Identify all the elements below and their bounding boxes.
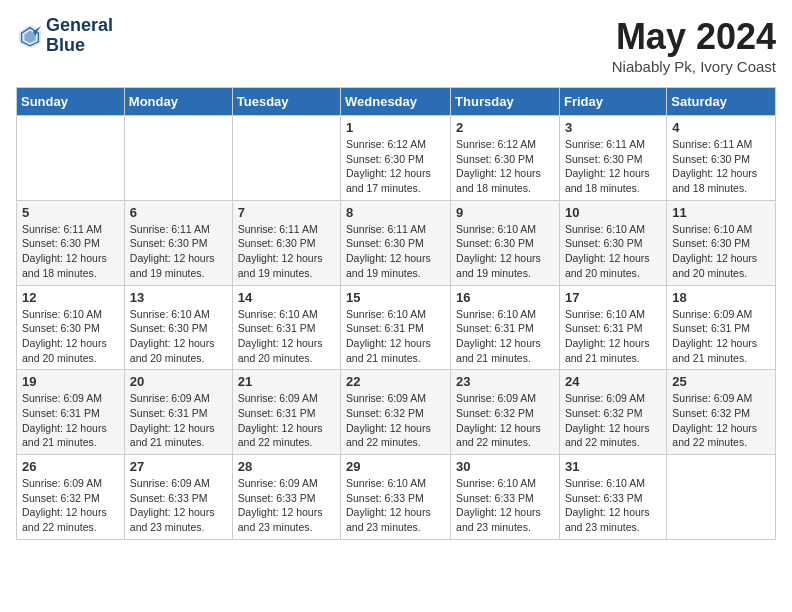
calendar-cell: 17Sunrise: 6:10 AM Sunset: 6:31 PM Dayli… [559,285,666,370]
calendar-cell: 12Sunrise: 6:10 AM Sunset: 6:30 PM Dayli… [17,285,125,370]
day-number: 9 [456,205,554,220]
day-info: Sunrise: 6:09 AM Sunset: 6:31 PM Dayligh… [672,307,770,366]
day-info: Sunrise: 6:11 AM Sunset: 6:30 PM Dayligh… [565,137,661,196]
day-number: 29 [346,459,445,474]
calendar-cell: 31Sunrise: 6:10 AM Sunset: 6:33 PM Dayli… [559,455,666,540]
calendar-week-row: 1Sunrise: 6:12 AM Sunset: 6:30 PM Daylig… [17,116,776,201]
day-number: 20 [130,374,227,389]
logo: General Blue [16,16,113,56]
calendar-cell: 14Sunrise: 6:10 AM Sunset: 6:31 PM Dayli… [232,285,340,370]
day-info: Sunrise: 6:12 AM Sunset: 6:30 PM Dayligh… [456,137,554,196]
day-info: Sunrise: 6:11 AM Sunset: 6:30 PM Dayligh… [238,222,335,281]
day-number: 6 [130,205,227,220]
calendar-cell: 28Sunrise: 6:09 AM Sunset: 6:33 PM Dayli… [232,455,340,540]
day-info: Sunrise: 6:10 AM Sunset: 6:33 PM Dayligh… [565,476,661,535]
day-number: 7 [238,205,335,220]
day-info: Sunrise: 6:09 AM Sunset: 6:31 PM Dayligh… [238,391,335,450]
weekday-header: Tuesday [232,88,340,116]
day-number: 21 [238,374,335,389]
day-info: Sunrise: 6:09 AM Sunset: 6:33 PM Dayligh… [130,476,227,535]
day-info: Sunrise: 6:11 AM Sunset: 6:30 PM Dayligh… [346,222,445,281]
weekday-header: Sunday [17,88,125,116]
day-info: Sunrise: 6:09 AM Sunset: 6:32 PM Dayligh… [346,391,445,450]
day-number: 11 [672,205,770,220]
logo-text: General Blue [46,16,113,56]
calendar-cell: 27Sunrise: 6:09 AM Sunset: 6:33 PM Dayli… [124,455,232,540]
calendar-cell [232,116,340,201]
calendar-cell: 19Sunrise: 6:09 AM Sunset: 6:31 PM Dayli… [17,370,125,455]
day-info: Sunrise: 6:09 AM Sunset: 6:33 PM Dayligh… [238,476,335,535]
day-number: 27 [130,459,227,474]
day-info: Sunrise: 6:10 AM Sunset: 6:30 PM Dayligh… [456,222,554,281]
calendar-cell: 10Sunrise: 6:10 AM Sunset: 6:30 PM Dayli… [559,200,666,285]
calendar-cell: 3Sunrise: 6:11 AM Sunset: 6:30 PM Daylig… [559,116,666,201]
weekday-header: Thursday [451,88,560,116]
day-number: 22 [346,374,445,389]
day-info: Sunrise: 6:12 AM Sunset: 6:30 PM Dayligh… [346,137,445,196]
calendar-cell: 5Sunrise: 6:11 AM Sunset: 6:30 PM Daylig… [17,200,125,285]
calendar-cell: 8Sunrise: 6:11 AM Sunset: 6:30 PM Daylig… [341,200,451,285]
day-info: Sunrise: 6:10 AM Sunset: 6:31 PM Dayligh… [456,307,554,366]
day-number: 2 [456,120,554,135]
day-info: Sunrise: 6:11 AM Sunset: 6:30 PM Dayligh… [22,222,119,281]
day-info: Sunrise: 6:10 AM Sunset: 6:30 PM Dayligh… [672,222,770,281]
day-info: Sunrise: 6:10 AM Sunset: 6:33 PM Dayligh… [346,476,445,535]
day-info: Sunrise: 6:10 AM Sunset: 6:31 PM Dayligh… [346,307,445,366]
day-number: 17 [565,290,661,305]
calendar-cell: 20Sunrise: 6:09 AM Sunset: 6:31 PM Dayli… [124,370,232,455]
day-info: Sunrise: 6:10 AM Sunset: 6:33 PM Dayligh… [456,476,554,535]
day-info: Sunrise: 6:10 AM Sunset: 6:30 PM Dayligh… [565,222,661,281]
page-header: General Blue May 2024 Niabably Pk, Ivory… [16,16,776,75]
day-info: Sunrise: 6:11 AM Sunset: 6:30 PM Dayligh… [672,137,770,196]
calendar-week-row: 19Sunrise: 6:09 AM Sunset: 6:31 PM Dayli… [17,370,776,455]
calendar-cell: 16Sunrise: 6:10 AM Sunset: 6:31 PM Dayli… [451,285,560,370]
day-info: Sunrise: 6:09 AM Sunset: 6:32 PM Dayligh… [672,391,770,450]
day-number: 31 [565,459,661,474]
calendar-cell: 11Sunrise: 6:10 AM Sunset: 6:30 PM Dayli… [667,200,776,285]
day-info: Sunrise: 6:11 AM Sunset: 6:30 PM Dayligh… [130,222,227,281]
day-number: 18 [672,290,770,305]
day-info: Sunrise: 6:09 AM Sunset: 6:32 PM Dayligh… [565,391,661,450]
logo-icon [16,22,44,50]
calendar-cell [667,455,776,540]
location: Niabably Pk, Ivory Coast [612,58,776,75]
day-number: 5 [22,205,119,220]
calendar-week-row: 5Sunrise: 6:11 AM Sunset: 6:30 PM Daylig… [17,200,776,285]
calendar-cell [124,116,232,201]
day-number: 12 [22,290,119,305]
month-title: May 2024 [612,16,776,58]
calendar-cell: 26Sunrise: 6:09 AM Sunset: 6:32 PM Dayli… [17,455,125,540]
day-info: Sunrise: 6:10 AM Sunset: 6:31 PM Dayligh… [565,307,661,366]
day-info: Sunrise: 6:09 AM Sunset: 6:32 PM Dayligh… [22,476,119,535]
day-info: Sunrise: 6:10 AM Sunset: 6:31 PM Dayligh… [238,307,335,366]
day-number: 3 [565,120,661,135]
calendar-cell [17,116,125,201]
day-number: 14 [238,290,335,305]
calendar-header-row: SundayMondayTuesdayWednesdayThursdayFrid… [17,88,776,116]
weekday-header: Friday [559,88,666,116]
day-info: Sunrise: 6:09 AM Sunset: 6:31 PM Dayligh… [22,391,119,450]
day-info: Sunrise: 6:10 AM Sunset: 6:30 PM Dayligh… [22,307,119,366]
calendar-cell: 21Sunrise: 6:09 AM Sunset: 6:31 PM Dayli… [232,370,340,455]
calendar-cell: 9Sunrise: 6:10 AM Sunset: 6:30 PM Daylig… [451,200,560,285]
calendar-cell: 4Sunrise: 6:11 AM Sunset: 6:30 PM Daylig… [667,116,776,201]
calendar-cell: 18Sunrise: 6:09 AM Sunset: 6:31 PM Dayli… [667,285,776,370]
day-info: Sunrise: 6:09 AM Sunset: 6:32 PM Dayligh… [456,391,554,450]
day-number: 19 [22,374,119,389]
day-number: 28 [238,459,335,474]
day-info: Sunrise: 6:09 AM Sunset: 6:31 PM Dayligh… [130,391,227,450]
calendar-week-row: 12Sunrise: 6:10 AM Sunset: 6:30 PM Dayli… [17,285,776,370]
calendar-week-row: 26Sunrise: 6:09 AM Sunset: 6:32 PM Dayli… [17,455,776,540]
day-number: 26 [22,459,119,474]
day-number: 8 [346,205,445,220]
calendar-cell: 15Sunrise: 6:10 AM Sunset: 6:31 PM Dayli… [341,285,451,370]
title-block: May 2024 Niabably Pk, Ivory Coast [612,16,776,75]
weekday-header: Monday [124,88,232,116]
calendar-cell: 23Sunrise: 6:09 AM Sunset: 6:32 PM Dayli… [451,370,560,455]
day-info: Sunrise: 6:10 AM Sunset: 6:30 PM Dayligh… [130,307,227,366]
day-number: 1 [346,120,445,135]
calendar-cell: 7Sunrise: 6:11 AM Sunset: 6:30 PM Daylig… [232,200,340,285]
day-number: 30 [456,459,554,474]
day-number: 23 [456,374,554,389]
day-number: 13 [130,290,227,305]
